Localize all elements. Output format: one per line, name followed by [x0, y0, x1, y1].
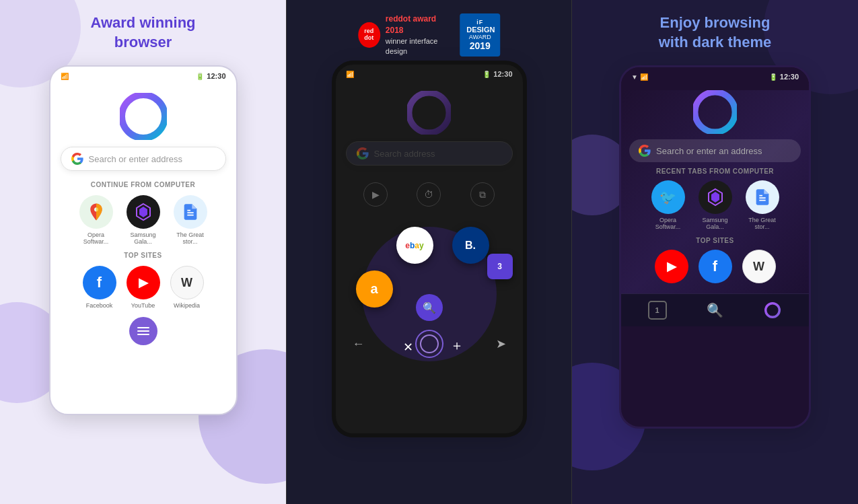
phone-mockup-1: 📶 🔋 12:30: [49, 65, 238, 415]
forward-btn[interactable]: ➤: [496, 336, 506, 351]
panel-3: Enjoy browsing with dark theme ▼ 📶 🔋 12:…: [572, 0, 858, 504]
top-sites-title-1: TOP SITES: [61, 252, 226, 259]
search-placeholder-2: Search address: [374, 149, 435, 159]
action-clock[interactable]: ⏱: [417, 182, 441, 207]
reddot-logo: reddot: [358, 22, 380, 48]
status-bar-2: 📶 🔋 12:30: [336, 65, 523, 81]
action-copy[interactable]: ⧉: [470, 182, 495, 207]
top-site-wikipedia[interactable]: W Wikipedia: [170, 266, 204, 309]
battery-icon-1: 🔋: [196, 73, 204, 80]
hamburger-button[interactable]: [129, 317, 157, 345]
panel-3-title: Enjoy browsing with dark theme: [659, 13, 771, 52]
svg-marker-9: [711, 192, 719, 203]
continue-section-title-1: CONTINUE FROM COMPUTER: [61, 181, 226, 188]
youtube-label: YouTube: [131, 302, 155, 309]
search-center-btn[interactable]: 🔍: [416, 294, 443, 321]
opera-nav-btn[interactable]: [763, 301, 782, 320]
speed-dial-ebay[interactable]: ebay: [396, 227, 433, 264]
time-1: 12:30: [207, 72, 225, 80]
top-site-wiki-3[interactable]: W: [742, 250, 776, 283]
twitter-label: Opera Softwar...: [649, 217, 686, 230]
top-sites-title-3: TOP SITES: [629, 237, 801, 244]
search-bar-1[interactable]: Search or enter address: [61, 147, 226, 171]
time-2: 12:30: [493, 70, 512, 78]
home-btn[interactable]: [415, 330, 443, 358]
action-play[interactable]: ▶: [363, 182, 388, 207]
recent-tabs-apps: 🐦 Opera Softwar...: [629, 180, 801, 230]
phone-bg-3: Search or enter an address RECENT TABS F…: [621, 90, 809, 326]
void-svg-3: [706, 188, 725, 207]
tab-docs[interactable]: The Great stor...: [744, 180, 781, 230]
app-label-docs: The Great stor...: [172, 231, 209, 245]
top-site-facebook[interactable]: f Facebook: [83, 266, 116, 309]
void-icon: [134, 203, 153, 221]
app-icon-docs: [174, 195, 207, 229]
youtube-icon: ▶: [127, 266, 160, 299]
close-btn[interactable]: ✕: [403, 340, 413, 355]
top-site-youtube[interactable]: ▶ YouTube: [127, 266, 160, 309]
svg-marker-2: [139, 207, 147, 217]
bottom-nav-3: 1 🔍: [621, 293, 809, 326]
app-icon-maps: [79, 195, 113, 229]
menu-line-2: [137, 330, 149, 332]
google-icon-3: [639, 145, 651, 157]
panel-2: reddot reddot award 2018 winner interfac…: [286, 0, 572, 504]
phone-frame-1: 📶 🔋 12:30: [49, 65, 238, 415]
tab-twitter[interactable]: 🐦 Opera Softwar...: [649, 180, 686, 230]
opera-logo-3: [693, 90, 737, 134]
menu-line-1: [137, 327, 149, 328]
reddot-subtitle: winner interface design: [386, 36, 452, 57]
status-bar-1: 📶 🔋 12:30: [50, 67, 236, 83]
app-item-maps[interactable]: Opera Softwar...: [77, 195, 114, 245]
menu-button-container: [61, 317, 226, 345]
top-site-fb-3[interactable]: f: [699, 250, 732, 283]
if-design-label: iF: [466, 19, 493, 26]
maps-icon: [86, 202, 106, 222]
opera-logo-container-1: [50, 93, 236, 140]
top-sites-1: f Facebook ▶ YouTube W: [61, 266, 226, 309]
back-btn[interactable]: ←: [353, 337, 365, 351]
new-tab-btn[interactable]: ＋: [450, 336, 464, 355]
panel-1-title-line2: browser: [114, 34, 172, 50]
if-year-num: 2019: [466, 40, 493, 51]
svg-point-13: [766, 303, 780, 318]
app-item-samsung[interactable]: Samsung Gala...: [124, 195, 162, 245]
search-bar-2[interactable]: Search address: [346, 141, 513, 166]
speed-dial-amazon[interactable]: a: [356, 271, 393, 308]
docs-icon: [181, 203, 200, 221]
app-item-docs[interactable]: The Great stor...: [172, 195, 209, 245]
app-label-maps: Opera Softwar...: [77, 231, 114, 245]
facebook-icon: f: [83, 266, 116, 299]
search-section-2: Search address: [336, 141, 523, 166]
tab-count-nav[interactable]: 1: [648, 301, 667, 320]
speed-dial-booking[interactable]: B.: [452, 227, 489, 264]
awards-section: reddot reddot award 2018 winner interfac…: [358, 13, 501, 57]
void-label-3: Samsung Gala...: [696, 217, 734, 230]
svg-point-7: [695, 92, 735, 132]
void-icon-3: [699, 180, 732, 214]
panel-3-title-line2: with dark theme: [659, 34, 771, 50]
tab-count[interactable]: 3: [487, 254, 513, 279]
continue-apps-1: Opera Softwar... Samsung Gala...: [61, 195, 226, 245]
tab-void[interactable]: Samsung Gala...: [696, 180, 734, 230]
svg-point-0: [122, 95, 165, 138]
docs-svg-3: [753, 188, 772, 207]
opera-logo-container-2: [336, 91, 523, 135]
top-site-yt-3[interactable]: ▶: [655, 250, 688, 283]
menu-line-3: [137, 334, 149, 335]
docs-icon-3: [746, 180, 779, 214]
reddot-text: reddot award 2018 winner interface desig…: [386, 13, 452, 57]
opera-nav-icon: [764, 302, 781, 318]
svg-point-6: [409, 93, 449, 133]
main-container: Award winning browser 📶 🔋 12:30: [0, 0, 858, 504]
google-icon-1: [71, 153, 83, 165]
docs-label-3: The Great stor...: [744, 217, 781, 230]
google-icon-2: [357, 147, 369, 159]
status-bar-3: ▼ 📶 🔋 12:30: [621, 67, 809, 83]
phone-frame-3: ▼ 📶 🔋 12:30: [619, 65, 811, 429]
recent-tabs-title: RECENT TABS FROM COMPUTER: [629, 168, 801, 175]
panel-1-title-line1: Award winning: [90, 14, 195, 31]
search-nav-btn[interactable]: 🔍: [707, 302, 723, 318]
yt-icon-3: ▶: [655, 250, 688, 283]
search-bar-3[interactable]: Search or enter an address: [629, 139, 801, 162]
